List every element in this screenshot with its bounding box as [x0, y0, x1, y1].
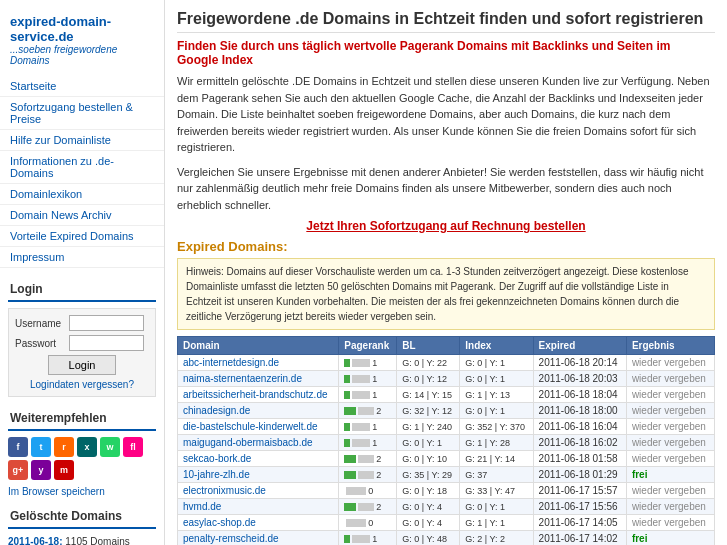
flickr-icon[interactable]: fl [123, 437, 143, 457]
table-body: abc-internetdesign.de1G: 0 | Y: 22G: 0 |… [178, 355, 715, 546]
xing-icon[interactable]: x [77, 437, 97, 457]
bl-cell: G: 0 | Y: 18 [397, 483, 460, 499]
pagerank-cell: 0 [339, 483, 397, 499]
domain-cell: electronixmusic.de [178, 483, 339, 499]
index-cell: G: 21 | Y: 14 [460, 451, 533, 467]
deleted-title: Gelöschte Domains [8, 505, 156, 529]
index-cell: G: 0 | Y: 1 [460, 371, 533, 387]
index-cell: G: 37 [460, 467, 533, 483]
bl-cell: G: 35 | Y: 29 [397, 467, 460, 483]
table-row: easylac-shop.de0G: 0 | Y: 4G: 1 | Y: 120… [178, 515, 715, 531]
table-row: arbeitssicherheit-brandschutz.de1G: 14 |… [178, 387, 715, 403]
facebook-icon[interactable]: f [8, 437, 28, 457]
domain-link[interactable]: naima-sternentaenzerin.de [183, 373, 302, 384]
bl-cell: G: 1 | Y: 240 [397, 419, 460, 435]
rss-icon[interactable]: r [54, 437, 74, 457]
nav-item-hilfe-zur-domainliste[interactable]: Hilfe zur Domainliste [0, 130, 164, 151]
table-row: chinadesign.de2G: 32 | Y: 12G: 0 | Y: 12… [178, 403, 715, 419]
expired-cell: 2011-06-18 16:04 [533, 419, 626, 435]
domain-cell: maigugand-obermaisbacb.de [178, 435, 339, 451]
domain-link[interactable]: hvmd.de [183, 501, 221, 512]
result-cell: wieder vergeben [626, 387, 714, 403]
pagerank-cell: 1 [339, 531, 397, 546]
index-cell: G: 33 | Y: 47 [460, 483, 533, 499]
nav-item-domain-news-archiv[interactable]: Domain News Archiv [0, 205, 164, 226]
table-row: penalty-remscheid.de1G: 0 | Y: 48G: 2 | … [178, 531, 715, 546]
deleted-count: 1105 Domains [65, 536, 129, 545]
domain-cell: die-bastelschule-kinderwelt.de [178, 419, 339, 435]
table-head: DomainPagerankBLIndexExpiredErgebnis [178, 337, 715, 355]
domain-link[interactable]: abc-internetdesign.de [183, 357, 279, 368]
login-box: Username Passwort Login Logindaten verge… [8, 308, 156, 397]
pagerank-cell: 1 [339, 371, 397, 387]
bl-cell: G: 0 | Y: 4 [397, 499, 460, 515]
yahoo-icon[interactable]: y [31, 460, 51, 480]
username-row: Username [15, 315, 149, 331]
nav-item-domainlexikon[interactable]: Domainlexikon [0, 184, 164, 205]
login-title: Login [8, 278, 156, 302]
domain-link[interactable]: 10-jahre-zlh.de [183, 469, 250, 480]
forgot-link[interactable]: Logindaten vergessen? [15, 379, 149, 390]
expired-cell: 2011-06-18 01:29 [533, 467, 626, 483]
cta-link[interactable]: Jetzt Ihren Sofortzugang auf Rechnung be… [177, 219, 715, 233]
twitter-icon[interactable]: t [31, 437, 51, 457]
password-input[interactable] [69, 335, 144, 351]
whatsapp-icon[interactable]: w [100, 437, 120, 457]
nav-item-sofortzugang-bestellen---preise[interactable]: Sofortzugang bestellen & Preise [0, 97, 164, 130]
social-icons-container: f t r x w fl g+ y m [8, 437, 156, 480]
nav-item-impressum[interactable]: Impressum [0, 247, 164, 268]
domain-link[interactable]: sekcao-bork.de [183, 453, 251, 464]
domain-link[interactable]: die-bastelschule-kinderwelt.de [183, 421, 318, 432]
mister-icon[interactable]: m [54, 460, 74, 480]
expired-cell: 2011-06-17 14:05 [533, 515, 626, 531]
domain-link[interactable]: electronixmusic.de [183, 485, 266, 496]
domain-link[interactable]: maigugand-obermaisbacb.de [183, 437, 313, 448]
index-cell: G: 1 | Y: 1 [460, 515, 533, 531]
result-cell: wieder vergeben [626, 499, 714, 515]
nav-item-informationen-zu--de-domains[interactable]: Informationen zu .de-Domains [0, 151, 164, 184]
googleplus-icon[interactable]: g+ [8, 460, 28, 480]
expired-cell: 2011-06-18 18:00 [533, 403, 626, 419]
login-button[interactable]: Login [48, 355, 117, 375]
site-domain[interactable]: expired-domain-service.de [10, 14, 154, 44]
table-row: 10-jahre-zlh.de2G: 35 | Y: 29G: 372011-0… [178, 467, 715, 483]
result-cell: wieder vergeben [626, 419, 714, 435]
domain-link[interactable]: easylac-shop.de [183, 517, 256, 528]
pagerank-cell: 1 [339, 355, 397, 371]
result-cell: wieder vergeben [626, 371, 714, 387]
browser-save-link[interactable]: Im Browser speichern [8, 486, 156, 497]
password-row: Passwort [15, 335, 149, 351]
domain-cell: arbeitssicherheit-brandschutz.de [178, 387, 339, 403]
notice-box: Hinweis: Domains auf dieser Vorschaulist… [177, 258, 715, 330]
domain-cell: abc-internetdesign.de [178, 355, 339, 371]
nav-menu: StartseiteSofortzugang bestellen & Preis… [0, 76, 164, 268]
domain-link[interactable]: chinadesign.de [183, 405, 250, 416]
site-tagline: ...soeben freigewordene Domains [10, 44, 154, 66]
index-cell: G: 0 | Y: 1 [460, 499, 533, 515]
page-subtitle: Finden Sie durch uns täglich wertvolle P… [177, 39, 715, 67]
username-input[interactable] [69, 315, 144, 331]
index-cell: G: 2 | Y: 2 [460, 531, 533, 546]
domain-link[interactable]: penalty-remscheid.de [183, 533, 279, 544]
index-cell: G: 1 | Y: 13 [460, 387, 533, 403]
result-cell: wieder vergeben [626, 451, 714, 467]
domain-cell: naima-sternentaenzerin.de [178, 371, 339, 387]
result-cell: wieder vergeben [626, 483, 714, 499]
domain-link[interactable]: arbeitssicherheit-brandschutz.de [183, 389, 328, 400]
domain-cell: sekcao-bork.de [178, 451, 339, 467]
sidebar: expired-domain-service.de ...soeben frei… [0, 0, 165, 545]
domain-table: DomainPagerankBLIndexExpiredErgebnis abc… [177, 336, 715, 545]
table-row: electronixmusic.de0G: 0 | Y: 18G: 33 | Y… [178, 483, 715, 499]
bl-cell: G: 0 | Y: 1 [397, 435, 460, 451]
expired-cell: 2011-06-17 15:57 [533, 483, 626, 499]
pagerank-cell: 1 [339, 419, 397, 435]
nav-item-startseite[interactable]: Startseite [0, 76, 164, 97]
result-cell: wieder vergeben [626, 435, 714, 451]
result-cell: wieder vergeben [626, 515, 714, 531]
bl-cell: G: 0 | Y: 10 [397, 451, 460, 467]
bl-cell: G: 0 | Y: 48 [397, 531, 460, 546]
page-title: Freigewordene .de Domains in Echtzeit fi… [177, 10, 715, 33]
bl-cell: G: 32 | Y: 12 [397, 403, 460, 419]
domain-cell: hvmd.de [178, 499, 339, 515]
nav-item-vorteile-expired-domains[interactable]: Vorteile Expired Domains [0, 226, 164, 247]
